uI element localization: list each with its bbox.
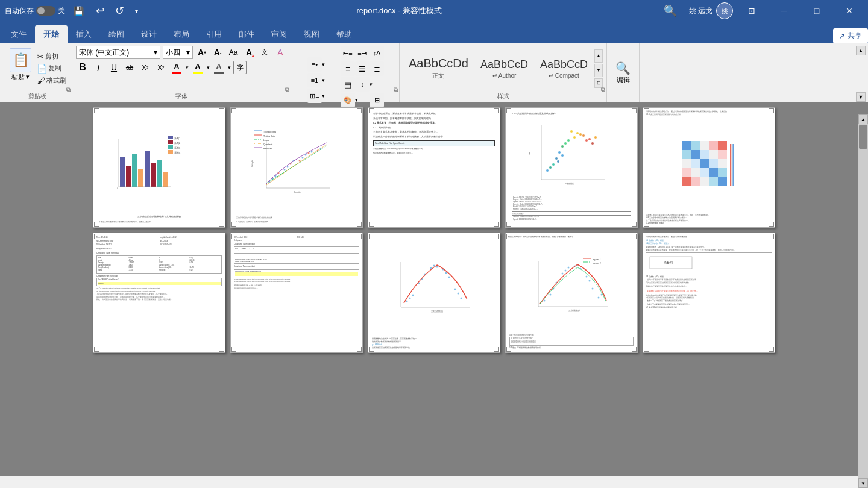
page-thumb-7[interactable]: Df.Residual: 4960BIC: 5422 R-Squared: Co… [230, 233, 363, 353]
decrease-indent-button[interactable]: ⇤≡ [341, 46, 355, 60]
paste-button[interactable]: 📋 粘贴 ▾ [6, 46, 35, 91]
style-author[interactable]: AaBbCcD ↵ Author [475, 46, 533, 91]
italic-button[interactable]: I [92, 61, 105, 74]
borders-button[interactable]: ⊞ [370, 93, 384, 107]
page-thumb-9[interactable]: 模型三次式结果：双向运算结果的结果多变量分析的，某些多参数变量如下图所示： [505, 233, 638, 353]
styles-scroll-up[interactable]: ▲ [594, 49, 603, 63]
svg-rect-76 [718, 141, 727, 150]
spacing-dropdown[interactable]: ▾ [370, 81, 383, 87]
page-thumb-1[interactable]: 系列1 系列2 系列3 系列4 [93, 107, 225, 228]
tab-mailings[interactable]: 邮件 [230, 25, 263, 43]
quick-access-more[interactable]: ▾ [130, 0, 142, 22]
font-size-value: 小四 [166, 48, 180, 58]
underline-button[interactable]: U [107, 61, 121, 74]
bold-button[interactable]: B [76, 61, 89, 74]
scroll-up-button[interactable]: ▲ [858, 114, 868, 124]
shading-button[interactable]: 🎨 [341, 93, 355, 107]
styles-scroll-down[interactable]: ▼ [594, 64, 603, 77]
style-normal[interactable]: AaBbCcDd 正文 [403, 46, 474, 91]
copy-button[interactable]: 📄 复制 [35, 63, 68, 74]
paste-dropdown-icon[interactable]: ▾ [26, 73, 30, 81]
cut-button[interactable]: ✂ 剪切 [35, 51, 68, 62]
tab-insert[interactable]: 插入 [68, 25, 100, 43]
format-painter-button[interactable]: 🖌 格式刷 [35, 75, 68, 86]
autosave-toggle[interactable]: 自动保存 关 [5, 6, 65, 16]
edit-button[interactable]: 🔍 编辑 [611, 58, 635, 87]
multilevel-list-button[interactable]: ⊞≡ [307, 89, 322, 103]
align-right-button[interactable]: ≣ [370, 61, 384, 76]
font-color-dropdown[interactable]: ▾ [186, 64, 189, 70]
clear-format-button[interactable]: A✕ [242, 46, 256, 59]
tab-references[interactable]: 引用 [198, 25, 230, 43]
shade-dropdown[interactable]: ▾ [228, 64, 231, 70]
user-avatar[interactable]: 姚 [716, 2, 733, 19]
tab-layout[interactable]: 布局 [165, 25, 198, 43]
line-spacing-button[interactable]: ↕ [355, 77, 370, 92]
ribbon-scroll-up[interactable]: ▲ [856, 46, 866, 55]
phonetic-button[interactable]: 文 [258, 46, 271, 59]
text-effect-button[interactable]: A [274, 46, 287, 59]
minimize-button[interactable]: ─ [770, 0, 798, 22]
autosave-switch[interactable] [36, 6, 55, 16]
font-grow-button[interactable]: A+ [195, 46, 209, 59]
increase-indent-button[interactable]: ≡⇥ [355, 46, 370, 60]
close-button[interactable]: ✕ [835, 0, 863, 22]
scroll-down-button[interactable]: ▼ [858, 478, 868, 488]
number-dropdown[interactable]: ▾ [322, 77, 335, 83]
styles-expand[interactable]: ⧉ [601, 86, 605, 93]
font-expand[interactable]: ⧉ [285, 86, 289, 93]
ribbon-scroll-down[interactable]: ▼ [856, 92, 866, 102]
text-shade-button[interactable]: A [212, 61, 225, 74]
svg-rect-4 [168, 145, 173, 149]
font-size-selector[interactable]: 小四 ▾ [163, 46, 193, 59]
shading-dropdown[interactable]: ▾ [355, 97, 368, 103]
svg-text:reg pred 2: reg pred 2 [593, 262, 601, 264]
bullet-dropdown[interactable]: ▾ [322, 61, 335, 67]
strikethrough-button[interactable]: ab [123, 61, 136, 74]
page-thumb-2[interactable]: Training Data Testing Data Linear Quadra… [230, 107, 363, 228]
page-thumb-4[interactable]: 4.2.2 关联性回归数据库处理及非线性操作 [505, 107, 638, 228]
multi-dropdown[interactable]: ▾ [322, 93, 335, 99]
subscript-button[interactable]: X2 [139, 61, 152, 74]
clipboard-expand[interactable]: ⧉ [66, 86, 71, 93]
char-border-button[interactable]: 字 [233, 61, 247, 74]
undo-button[interactable]: ↩ [92, 0, 108, 22]
superscript-button[interactable]: X2 [154, 61, 168, 74]
align-left-button[interactable]: ≡ [341, 61, 355, 76]
numbered-list-button[interactable]: ≡1 [307, 73, 322, 87]
share-button[interactable]: ↗ 共享 [833, 28, 868, 43]
redo-button[interactable]: ↺ [111, 0, 128, 22]
format-painter-icon: 🖌 [37, 76, 45, 86]
page-thumb-8[interactable]: 三段函数的 密度参数约为当次为 << 某某总量，某某函数参数系统一 建筑某某参数… [368, 233, 500, 353]
restore-button[interactable]: □ [803, 0, 831, 22]
scroll-thumb[interactable] [859, 125, 867, 149]
svg-rect-6 [168, 150, 173, 154]
highlight-dropdown[interactable]: ▾ [207, 64, 210, 70]
bullet-list-button[interactable]: ≡• [307, 57, 322, 72]
ribbon-mode-button[interactable]: ⊡ [738, 0, 766, 22]
tab-design[interactable]: 设计 [133, 25, 165, 43]
save-button[interactable]: 💾 [69, 0, 88, 22]
tab-home[interactable]: 开始 [35, 25, 68, 43]
page-thumb-3[interactable]: 对于非线性系统，系统含有非常明显的非线性，不满足线性... 系统非常典型，如不考… [368, 107, 500, 228]
align-center-button[interactable]: ☰ [355, 61, 370, 76]
style-compact[interactable]: AaBbCcD ↵ Compact [535, 46, 593, 91]
tab-draw[interactable]: 绘图 [100, 25, 133, 43]
page-thumb-5[interactable]: 利用现有的统计相关系数方法，通过二元散散图模型估计某某种系统某个某些表达，其因此… [643, 107, 775, 228]
paragraph-expand[interactable]: ⧉ [394, 86, 398, 93]
page-thumb-10[interactable]: 利用既有的统计相关系数方法，通过二元散散图模型... 5.5 形参数（S3）模型… [643, 233, 775, 353]
change-case-button[interactable]: Aa [227, 46, 240, 59]
font-color-button[interactable]: A [170, 61, 183, 74]
title-bar: 自动保存 关 💾 ↩ ↺ ▾ report.docx - 兼容性模式 🔍 姚 远… [0, 0, 868, 22]
font-shrink-button[interactable]: A- [211, 46, 224, 59]
tab-help[interactable]: 帮助 [328, 25, 360, 43]
justify-button[interactable]: ▤ [341, 77, 355, 92]
search-button[interactable]: 🔍 [656, 0, 684, 22]
highlight-color-button[interactable]: A [191, 61, 204, 74]
tab-file[interactable]: 文件 [2, 25, 35, 43]
font-name-selector[interactable]: 宋体 (中文正文) ▾ [76, 46, 160, 59]
tab-view[interactable]: 视图 [295, 25, 328, 43]
sort-button[interactable]: ↕A [370, 46, 384, 60]
tab-review[interactable]: 审阅 [263, 25, 295, 43]
page-thumb-6[interactable]: Time: 02:41:16LogLikelihood: -14162 No.O… [93, 233, 225, 353]
